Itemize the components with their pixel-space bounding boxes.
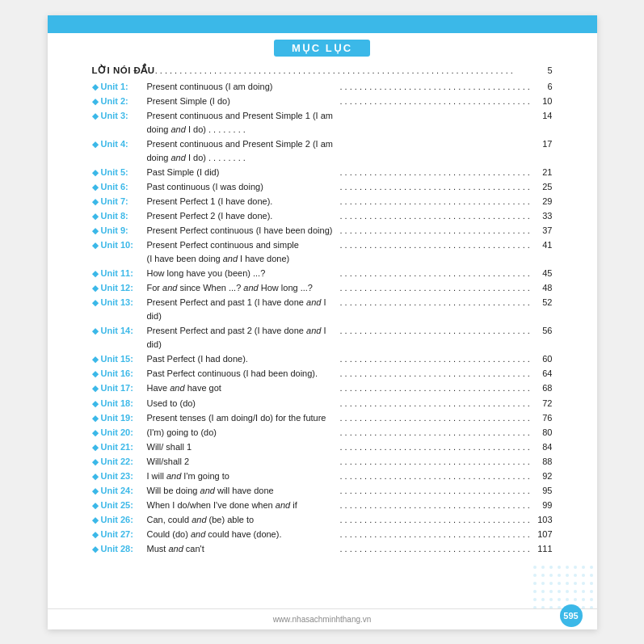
unit-description: Present Simple (I do) (147, 95, 340, 108)
page-number: 111 (535, 542, 553, 556)
list-item: ◆Unit 10:Present Perfect continuous and … (92, 238, 553, 266)
page-number: 76 (535, 411, 553, 425)
page-number: 25 (535, 180, 553, 194)
unit-label: ◆Unit 23: (92, 469, 147, 483)
dots: . . . . . . . . . . . . . . . . . . . . … (340, 195, 533, 208)
bullet-icon: ◆ (92, 241, 99, 250)
dots: . . . . . . . . . . . . . . . . . . . . … (340, 484, 533, 498)
page-number: 103 (535, 513, 553, 527)
list-item: ◆Unit 16:Past Perfect continuous (I had … (92, 367, 553, 381)
dots: . . . . . . . . . . . . . . . . . . . . … (340, 238, 533, 252)
page-number: 68 (535, 381, 553, 395)
unit-description: Will/shall 2 (147, 455, 340, 469)
page-number: 92 (535, 469, 553, 483)
unit-description: Present Perfect 1 (I have done). (147, 195, 340, 208)
bullet-icon: ◆ (92, 369, 99, 378)
page-number: 60 (535, 352, 553, 366)
bullet-icon: ◆ (92, 428, 99, 437)
list-item: ◆Unit 18:Used to (do) . . . . . . . . . … (92, 397, 553, 410)
bullet-icon: ◆ (92, 183, 99, 192)
bullet-icon: ◆ (92, 298, 99, 307)
dots: . . . . . . . . . . . . . . . . . . . . … (340, 352, 533, 366)
dots: . . . . . . . . . . . . . . . . . . . . … (340, 180, 533, 194)
bullet-icon: ◆ (92, 197, 99, 206)
unit-label: ◆Unit 9: (92, 224, 147, 238)
list-item: ◆Unit 26:Can, could and (be) able to . .… (92, 513, 553, 527)
dots: . . . . . . . . . . . . . . . . . . . . … (340, 281, 533, 295)
unit-description: Present continuous and Present Simple 1 … (147, 109, 340, 137)
bullet-icon: ◆ (92, 516, 99, 524)
list-item: ◆Unit 28:Must and can't . . . . . . . . … (92, 542, 553, 556)
unit-label: ◆Unit 16: (92, 367, 147, 381)
page-number: 33 (535, 209, 553, 223)
list-item: ◆Unit 23:I will and I'm going to . . . .… (92, 469, 553, 483)
dots: . . . . . . . . . . . . . . . . . . . . … (340, 542, 533, 556)
list-item: ◆Unit 5:Past Simple (I did) . . . . . . … (92, 166, 553, 179)
dots: . . . . . . . . . . . . . . . . . . . . … (340, 440, 533, 454)
bullet-icon: ◆ (92, 443, 99, 452)
unit-label: ◆Unit 21: (92, 440, 147, 454)
dots: . . . . . . . . . . . . . . . . . . . . … (340, 397, 533, 410)
list-item: ◆Unit 4:Present continuous and Present S… (92, 137, 553, 165)
unit-label: ◆Unit 6: (92, 180, 147, 194)
unit-description: Could (do) and could have (done). (147, 528, 340, 541)
unit-label: ◆Unit 2: (92, 95, 147, 108)
unit-label: ◆Unit 26: (92, 513, 147, 527)
loi-noi-dau-label: LỜI NÓI ĐẦU (92, 65, 155, 76)
page-number: 45 (535, 267, 553, 280)
unit-label: ◆Unit 10: (92, 238, 147, 252)
bullet-icon: ◆ (92, 97, 99, 106)
dots: . . . . . . . . . . . . . . . . . . . . … (340, 267, 533, 280)
unit-description: Present Perfect continuous (I have been … (147, 224, 340, 238)
unit-description: Used to (do) (147, 397, 340, 410)
unit-description: Past Simple (I did) (147, 166, 340, 179)
footer-page-badge: 595 (560, 604, 583, 627)
page-number: 56 (535, 324, 553, 338)
unit-description: Have and have got (147, 381, 340, 395)
page-number: 84 (535, 440, 553, 454)
page-number: 21 (535, 166, 553, 179)
bullet-icon: ◆ (92, 140, 99, 149)
bullet-icon: ◆ (92, 486, 99, 495)
bullet-icon: ◆ (92, 399, 99, 408)
unit-description: Present Perfect continuous and simple(I … (147, 238, 340, 266)
page-number: 6 (535, 80, 553, 94)
unit-label: ◆Unit 25: (92, 499, 147, 512)
unit-description: Present Perfect 2 (I have done). (147, 209, 340, 223)
page-number: 80 (535, 426, 553, 440)
list-item: ◆Unit 11:How long have you (been) ...? .… (92, 267, 553, 280)
bullet-icon: ◆ (92, 414, 99, 423)
page-number: 10 (535, 95, 553, 108)
page-number: 41 (535, 238, 553, 252)
unit-label: ◆Unit 8: (92, 209, 147, 223)
unit-description: Can, could and (be) able to (147, 513, 340, 527)
unit-description: Present continuous (I am doing) (147, 80, 340, 94)
unit-label: ◆Unit 13: (92, 296, 147, 309)
dots: . . . . . . . . . . . . . . . . . . . . … (340, 296, 533, 309)
page-number: 107 (535, 528, 553, 541)
unit-description: Past Perfect (I had done). (147, 352, 340, 366)
unit-label: ◆Unit 19: (92, 411, 147, 425)
bullet-icon: ◆ (92, 269, 99, 278)
dots: . . . . . . . . . . . . . . . . . . . . … (340, 324, 533, 338)
list-item: ◆Unit 13:Present Perfect and past 1 (I h… (92, 296, 553, 323)
unit-label: ◆Unit 12: (92, 281, 147, 295)
unit-label: ◆Unit 4: (92, 137, 147, 151)
footer: www.nhasachminhthang.vn 595 (48, 608, 597, 629)
list-item: ◆Unit 20:(I'm) going to (do) . . . . . .… (92, 426, 553, 440)
page-number: 95 (535, 484, 553, 498)
unit-description: Will be doing and will have done (147, 484, 340, 498)
dots: . . . . . . . . . . . . . . . . . . . . … (340, 367, 533, 381)
unit-label: ◆Unit 7: (92, 195, 147, 208)
loi-noi-dau-row: LỜI NÓI ĐẦU . . . . . . . . . . . . . . … (92, 65, 553, 78)
unit-description: How long have you (been) ...? (147, 267, 340, 280)
unit-label: ◆Unit 15: (92, 352, 147, 366)
unit-description: Present continuous and Present Simple 2 … (147, 137, 340, 165)
page-number: 64 (535, 367, 553, 381)
bullet-icon: ◆ (92, 212, 99, 221)
dots: . . . . . . . . . . . . . . . . . . . . … (340, 528, 533, 541)
bullet-icon: ◆ (92, 284, 99, 293)
footer-url: www.nhasachminhthang.vn (48, 615, 597, 624)
unit-description: (I'm) going to (do) (147, 426, 340, 440)
page-number: 17 (535, 137, 553, 151)
